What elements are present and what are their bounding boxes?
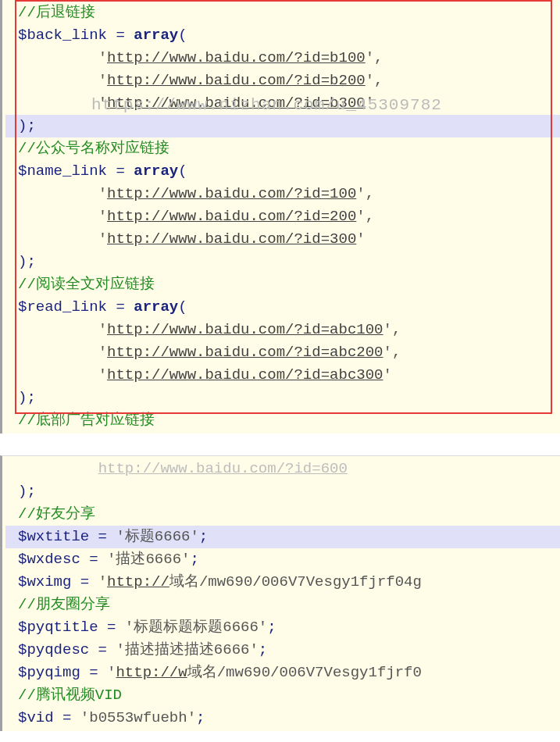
code-line: $wximg = 'http://域名/mw690/006V7Vesgy1fjr… bbox=[5, 571, 560, 594]
code-line: //底部广告对应链接 bbox=[5, 409, 560, 432]
code-line: //好友分享 bbox=[5, 503, 560, 526]
code-lines-1: //后退链接$back_link = array( 'http://www.ba… bbox=[5, 2, 560, 432]
code-line: //阅读全文对应链接 bbox=[5, 273, 560, 296]
code-line: $pyqdesc = '描述描述描述6666'; bbox=[5, 639, 560, 662]
code-line: 'http://www.baidu.com/?id=abc200', bbox=[5, 341, 560, 364]
code-line: ); bbox=[5, 480, 560, 503]
code-line: //腾讯视频VID bbox=[5, 684, 560, 707]
code-line: $pyqtitle = '标题标题标题6666'; bbox=[5, 616, 560, 639]
code-line: $vid = 'b0553wfuebh'; bbox=[5, 707, 560, 730]
code-line: $wxtitle = '标题6666'; bbox=[5, 526, 560, 548]
code-line: ); bbox=[5, 251, 560, 273]
code-block-1: //后退链接$back_link = array( 'http://www.ba… bbox=[0, 0, 560, 433]
code-line: $read_link = array( bbox=[5, 296, 560, 319]
code-line: $back_link = array( bbox=[5, 24, 560, 47]
code-line: http://www.baidu.com/?id=600 bbox=[5, 458, 560, 480]
code-line: 'http://www.baidu.com/?id=b200', bbox=[5, 70, 560, 92]
code-line: ); bbox=[5, 115, 560, 137]
code-line: $pyqimg = 'http://w域名/mw690/006V7Vesgy1f… bbox=[5, 662, 560, 684]
code-block-2: http://www.baidu.com/?id=600);//好友分享$wxt… bbox=[0, 455, 560, 731]
code-line: 'http://www.baidu.com/?id=100', bbox=[5, 183, 560, 205]
code-line: 'http://www.baidu.com/?id=abc100', bbox=[5, 319, 560, 341]
code-line: //公众号名称对应链接 bbox=[5, 137, 560, 160]
code-line: https://www.nizhan.com/u_45309782 'http:… bbox=[5, 92, 560, 115]
code-line: $wxdesc = '描述6666'; bbox=[5, 548, 560, 571]
code-line: 'http://www.baidu.com/?id=200', bbox=[5, 205, 560, 228]
code-line: //后退链接 bbox=[5, 2, 560, 24]
code-line: ); bbox=[5, 387, 560, 409]
code-line: //朋友圈分享 bbox=[5, 594, 560, 616]
code-line: 'http://www.baidu.com/?id=b100', bbox=[5, 47, 560, 70]
code-lines-2: http://www.baidu.com/?id=600);//好友分享$wxt… bbox=[5, 458, 560, 730]
code-line: $name_link = array( bbox=[5, 160, 560, 183]
code-line: 'http://www.baidu.com/?id=abc300' bbox=[5, 364, 560, 387]
code-line: 'http://www.baidu.com/?id=300' bbox=[5, 228, 560, 251]
